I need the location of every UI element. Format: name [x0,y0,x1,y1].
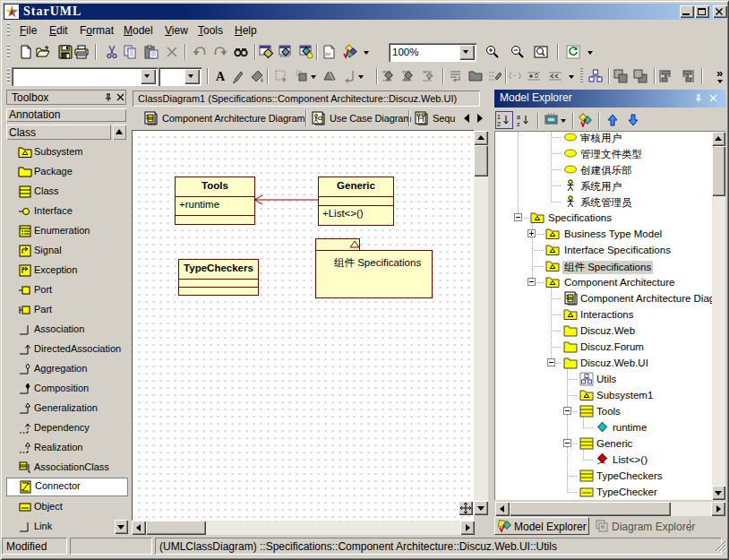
svg-text:1: 1 [497,114,501,120]
svg-text:z: z [517,121,520,127]
svg-text:2: 2 [497,121,501,127]
svg-text:xx: xx [325,51,330,56]
svg-text:a: a [517,114,520,120]
svg-text:A: A [216,70,226,83]
